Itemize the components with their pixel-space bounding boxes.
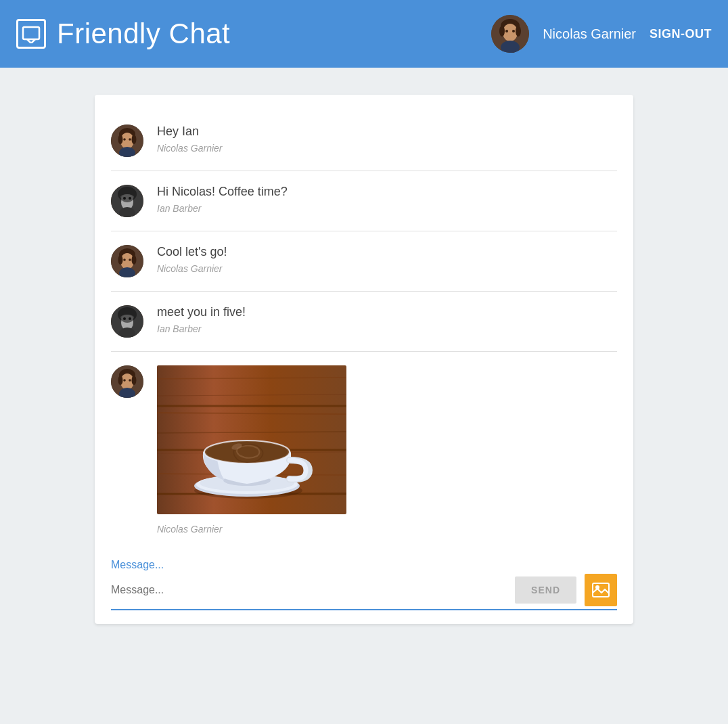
svg-rect-0 — [23, 27, 39, 39]
message-author: Ian Barber — [157, 203, 617, 214]
message-item: meet you in five! Ian Barber — [111, 292, 617, 352]
chat-card: Hey Ian Nicolas Garnier — [95, 95, 633, 624]
svg-point-45 — [132, 376, 137, 385]
message-content: Cool let's go! Nicolas Garnier — [157, 245, 617, 274]
header-left: Friendly Chat — [16, 18, 230, 50]
app-logo-icon — [16, 19, 46, 49]
svg-point-22 — [123, 197, 126, 200]
svg-point-5 — [516, 26, 521, 37]
header-username: Nicolas Garnier — [543, 26, 636, 42]
message-text: Cool let's go! — [157, 245, 617, 259]
svg-point-14 — [123, 138, 126, 141]
avatar-nicolas — [111, 245, 143, 277]
app-header: Friendly Chat Nicolas Garnier SIGN-OUT — [0, 0, 728, 68]
user-avatar — [491, 15, 529, 53]
message-text: Hi Nicolas! Coffee time? — [157, 185, 617, 199]
svg-point-7 — [512, 30, 515, 32]
message-input[interactable] — [111, 581, 507, 599]
avatar-nicolas — [111, 365, 143, 398]
message-item: Hi Nicolas! Coffee time? Ian Barber — [111, 171, 617, 231]
message-item: Hey Ian Nicolas Garnier — [111, 111, 617, 171]
main-content: Hey Ian Nicolas Garnier — [0, 68, 728, 651]
svg-point-4 — [499, 26, 505, 37]
message-text: Hey Ian — [157, 125, 617, 139]
input-area: Message... SEND — [95, 548, 633, 624]
svg-point-6 — [505, 30, 508, 32]
message-item: Nicolas Garnier — [111, 352, 617, 548]
svg-point-21 — [121, 194, 133, 202]
svg-point-46 — [123, 379, 126, 382]
message-text: meet you in five! — [157, 305, 617, 319]
svg-point-39 — [129, 317, 131, 320]
message-content: Nicolas Garnier — [157, 365, 617, 535]
svg-point-13 — [132, 135, 137, 144]
message-author: Ian Barber — [157, 323, 617, 334]
svg-point-28 — [118, 255, 123, 265]
input-row: SEND — [111, 574, 617, 610]
svg-point-30 — [123, 258, 126, 261]
signout-button[interactable]: SIGN-OUT — [650, 27, 712, 41]
message-content: Hey Ian Nicolas Garnier — [157, 125, 617, 154]
messages-list: Hey Ian Nicolas Garnier — [95, 111, 633, 548]
app-title: Friendly Chat — [57, 18, 230, 50]
avatar-nicolas — [111, 125, 143, 157]
message-author: Nicolas Garnier — [157, 524, 617, 535]
header-right: Nicolas Garnier SIGN-OUT — [491, 15, 712, 53]
svg-point-29 — [132, 255, 137, 265]
image-upload-button[interactable] — [585, 574, 617, 606]
svg-point-12 — [118, 135, 123, 144]
svg-point-15 — [129, 138, 131, 141]
message-content: Hi Nicolas! Coffee time? Ian Barber — [157, 185, 617, 214]
avatar-ian — [111, 185, 143, 217]
send-button[interactable]: SEND — [515, 576, 576, 604]
message-item: Cool let's go! Nicolas Garnier — [111, 231, 617, 292]
svg-point-31 — [129, 258, 131, 261]
svg-point-23 — [129, 197, 131, 200]
message-author: Nicolas Garnier — [157, 263, 617, 274]
message-author: Nicolas Garnier — [157, 143, 617, 154]
avatar-ian — [111, 305, 143, 338]
coffee-image — [157, 365, 346, 514]
svg-point-3 — [503, 24, 518, 41]
svg-point-38 — [123, 317, 126, 320]
message-label: Message... — [111, 559, 617, 571]
message-content: meet you in five! Ian Barber — [157, 305, 617, 334]
svg-point-44 — [118, 376, 123, 385]
svg-point-37 — [121, 315, 133, 323]
svg-point-47 — [129, 379, 131, 382]
